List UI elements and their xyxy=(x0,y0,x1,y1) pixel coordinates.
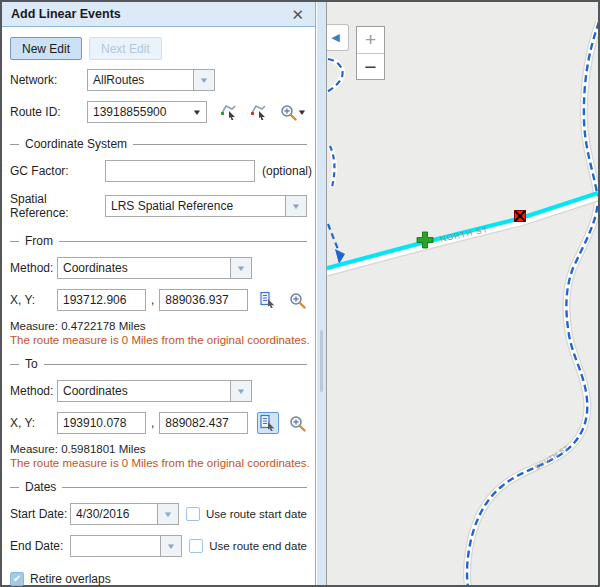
from-warning-text: The route measure is 0 Miles from the or… xyxy=(10,334,307,346)
panel-scrollbar[interactable] xyxy=(317,2,326,585)
to-method-dropdown[interactable]: Coordinates ▼ xyxy=(57,380,252,402)
select-route-on-map-button[interactable] xyxy=(218,101,240,123)
network-value: AllRoutes xyxy=(88,70,193,90)
network-dropdown-button[interactable]: ▼ xyxy=(193,70,214,90)
from-method-dropdown[interactable]: Coordinates ▼ xyxy=(57,257,252,279)
to-warning-text: The route measure is 0 Miles from the or… xyxy=(10,457,307,469)
from-y-input[interactable] xyxy=(159,289,248,311)
to-y-input[interactable] xyxy=(159,412,248,434)
to-xy-label: X, Y: xyxy=(10,416,57,430)
end-date-label: End Date: xyxy=(10,539,70,553)
spatial-reference-value: LRS Spatial Reference xyxy=(106,196,285,216)
start-date-value: 4/30/2016 xyxy=(71,504,157,524)
from-method-label: Method: xyxy=(10,261,57,275)
use-route-end-date-checkbox[interactable] xyxy=(189,539,203,553)
gc-factor-label: GC Factor: xyxy=(10,164,105,178)
comma-separator: , xyxy=(151,416,154,430)
optional-note: (optional) xyxy=(262,164,312,178)
new-edit-button[interactable]: New Edit xyxy=(10,37,82,60)
use-route-start-date-checkbox[interactable] xyxy=(186,507,200,521)
zoom-in-button[interactable]: + xyxy=(357,27,384,54)
end-date-dropdown-button[interactable]: ▼ xyxy=(160,536,181,556)
to-method-dropdown-button[interactable]: ▼ xyxy=(230,381,251,401)
to-xy-row: X, Y: , xyxy=(10,412,307,434)
map-canvas xyxy=(327,2,598,585)
scrollbar-thumb[interactable] xyxy=(320,330,323,392)
use-route-start-date-label: Use route start date xyxy=(206,508,307,520)
chevron-down-icon: ▼ xyxy=(236,264,246,273)
start-date-picker[interactable]: 4/30/2016 ▼ xyxy=(70,503,179,525)
network-dropdown[interactable]: AllRoutes ▼ xyxy=(87,69,215,91)
dates-legend: Dates xyxy=(10,480,307,494)
dashed-arrow-segment xyxy=(328,224,345,264)
to-location-marker[interactable] xyxy=(515,211,526,222)
map-zoom-control: + − xyxy=(356,26,385,80)
from-method-dropdown-button[interactable]: ▼ xyxy=(230,258,251,278)
start-date-label: Start Date: xyxy=(10,507,70,521)
end-date-picker[interactable]: ▼ xyxy=(70,535,182,557)
to-measure-text: Measure: 0.5981801 Miles xyxy=(10,443,307,455)
dashed-road-loop xyxy=(327,59,343,92)
start-date-row: Start Date: 4/30/2016 ▼ Use route start … xyxy=(10,503,307,525)
to-method-label: Method: xyxy=(10,384,57,398)
start-date-dropdown-button[interactable]: ▼ xyxy=(157,504,178,524)
spatial-reference-dropdown[interactable]: LRS Spatial Reference ▼ xyxy=(105,195,307,217)
gc-factor-row: GC Factor: (optional) xyxy=(10,160,307,182)
from-zoom-to-button[interactable] xyxy=(286,289,308,311)
magnifier-plus-icon xyxy=(289,415,306,432)
comma-separator: , xyxy=(151,293,154,307)
to-zoom-to-button[interactable] xyxy=(286,412,308,434)
route-id-row: Route ID: 13918855900 ▼ xyxy=(10,101,307,123)
zoom-out-button[interactable]: − xyxy=(357,54,384,80)
chevron-down-icon: ▼ xyxy=(192,108,202,117)
network-row: Network: AllRoutes ▼ xyxy=(10,69,307,91)
end-date-row: End Date: ▼ Use route end date xyxy=(10,535,307,557)
collapse-arrow-icon: ◀ xyxy=(331,31,339,44)
map-view[interactable]: ◀ + − NORTH ST SOUTH ST xyxy=(326,2,598,585)
options-list: Retire overlaps Merge coincident events … xyxy=(10,569,307,587)
spatial-reference-row: Spatial Reference: LRS Spatial Reference… xyxy=(10,192,307,220)
chevron-down-icon: ▼ xyxy=(236,387,246,396)
magnifier-plus-icon xyxy=(280,104,297,121)
to-x-input[interactable] xyxy=(57,412,146,434)
zoom-to-route-button[interactable]: ▼ xyxy=(279,101,307,123)
pick-coordinates-icon xyxy=(259,291,277,309)
to-pick-on-map-button[interactable] xyxy=(257,412,279,434)
clear-route-selection-icon xyxy=(250,103,268,121)
app-window: Add Linear Events ✕ New Edit Next Edit N… xyxy=(0,0,600,587)
to-method-row: Method: Coordinates ▼ xyxy=(10,380,307,402)
use-route-end-date-label: Use route end date xyxy=(209,540,307,552)
close-icon[interactable]: ✕ xyxy=(289,7,306,22)
route-id-dropdown-button[interactable]: ▼ xyxy=(188,102,206,122)
clear-route-selection-button[interactable] xyxy=(248,101,270,123)
collapse-panel-button[interactable]: ◀ xyxy=(326,24,349,51)
chevron-down-icon: ▼ xyxy=(163,510,173,519)
to-legend: To xyxy=(10,357,307,371)
panel-title: Add Linear Events xyxy=(11,7,289,21)
route-id-value: 13918855900 xyxy=(88,102,188,122)
chevron-down-icon: ▼ xyxy=(291,202,301,211)
from-x-input[interactable] xyxy=(57,289,146,311)
magnifier-plus-icon xyxy=(289,292,306,309)
spatial-reference-dropdown-button[interactable]: ▼ xyxy=(285,196,306,216)
panel-titlebar: Add Linear Events ✕ xyxy=(2,2,315,27)
from-xy-label: X, Y: xyxy=(10,293,57,307)
network-label: Network: xyxy=(10,73,87,87)
retire-overlaps-label: Retire overlaps xyxy=(30,572,111,586)
from-pick-on-map-button[interactable] xyxy=(257,289,279,311)
chevron-down-icon[interactable]: ▼ xyxy=(297,108,307,117)
pick-coordinates-icon xyxy=(259,414,277,432)
chevron-down-icon: ▼ xyxy=(166,542,176,551)
from-method-value: Coordinates xyxy=(58,258,230,278)
route-id-label: Route ID: xyxy=(10,105,87,119)
route-id-combo[interactable]: 13918855900 ▼ xyxy=(87,101,207,123)
option-row: Retire overlaps xyxy=(10,572,307,586)
edit-buttons-row: New Edit Next Edit xyxy=(10,37,307,60)
chevron-down-icon: ▼ xyxy=(199,76,209,85)
spatial-reference-label: Spatial Reference: xyxy=(10,192,105,220)
end-date-value xyxy=(71,536,160,556)
retire-overlaps-checkbox[interactable] xyxy=(10,572,24,586)
coordinate-system-legend: Coordinate System xyxy=(10,137,307,151)
gc-factor-input[interactable] xyxy=(105,160,255,182)
next-edit-button[interactable]: Next Edit xyxy=(89,37,162,60)
